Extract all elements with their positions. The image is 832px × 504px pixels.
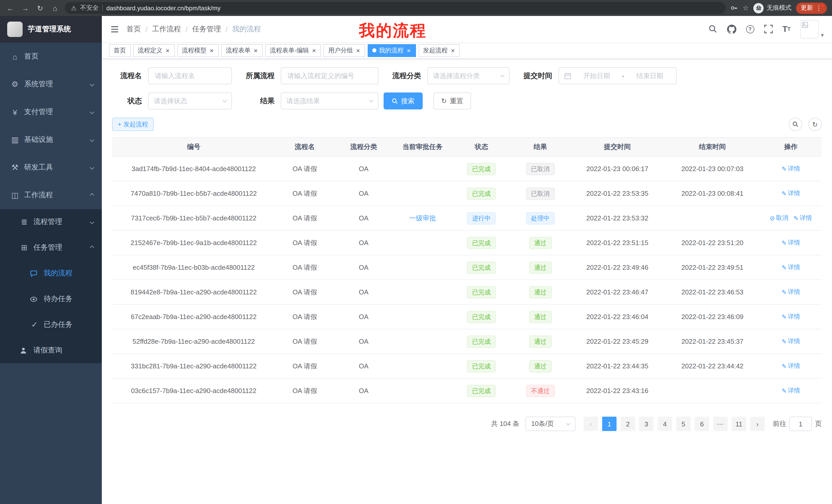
tab-close-icon[interactable]: × (253, 47, 258, 54)
breadcrumb-home[interactable]: 首页 (127, 24, 141, 34)
category-select[interactable]: 请选择流程分类 (427, 67, 510, 84)
browser-back-button[interactable]: ← (5, 4, 16, 12)
refresh-button[interactable]: ↻ (808, 118, 822, 131)
create-process-label: 发起流程 (123, 120, 148, 129)
cell-name: OA 请假 (275, 181, 334, 206)
create-process-button[interactable]: + 发起流程 (112, 118, 154, 131)
page-size-select[interactable]: 10条/页 (525, 417, 575, 431)
detail-button[interactable]: ✎详情 (794, 214, 812, 222)
browser-update-button[interactable]: 更新 ⋮ (796, 2, 827, 13)
detail-button[interactable]: ✎详情 (782, 189, 800, 198)
pagination: 共 104 条 10条/页 ‹ 123456⋯11 › 前往 页 (112, 417, 822, 431)
fullscreen-icon[interactable] (764, 25, 773, 33)
page-jump-input[interactable] (789, 417, 812, 431)
detail-button[interactable]: ✎详情 (782, 239, 800, 247)
sidebar-item-todo-tasks[interactable]: 待办任务 (0, 286, 102, 312)
detail-button[interactable]: ✎详情 (782, 386, 800, 395)
tab-close-icon[interactable]: × (312, 47, 316, 54)
cell-submit-time: 2022-01-22 23:46:04 (570, 304, 665, 329)
pager-more[interactable]: ⋯ (713, 417, 728, 431)
view-tab[interactable]: 流程定义× (133, 44, 175, 57)
sidebar-item-leave-query[interactable]: 请假查询 (0, 338, 102, 363)
menu-label: 已办任务 (44, 320, 73, 329)
detail-button[interactable]: ✎详情 (782, 312, 800, 321)
table-row: 7470a810-7b9b-11ec-b5b7-acde48001122OA 请… (112, 181, 822, 206)
cell-submit-time: 2022-01-22 23:46:47 (570, 280, 665, 304)
sidebar-toggle-icon[interactable] (110, 24, 119, 34)
app-logo[interactable]: 芋道管理系统 (0, 16, 102, 43)
view-tab[interactable]: 流程模型× (177, 44, 218, 57)
cell-submit-time: 2022-01-22 23:53:35 (570, 181, 665, 206)
prev-page-button[interactable]: ‹ (583, 417, 598, 431)
bookmark-star-icon[interactable]: ☆ (743, 4, 749, 12)
help-icon[interactable]: ? (746, 25, 754, 33)
pager-page-6[interactable]: 6 (695, 417, 709, 431)
view-tab[interactable]: 首页 (109, 44, 131, 57)
status-select[interactable]: 请选择状态 (148, 92, 232, 109)
pager-page-2[interactable]: 2 (621, 417, 635, 431)
browser-home-button[interactable]: ⌂ (50, 4, 60, 12)
tab-close-icon[interactable]: × (406, 47, 411, 54)
detail-button[interactable]: ✎详情 (782, 337, 800, 346)
status-label: 状态 (112, 96, 142, 106)
view-tab[interactable]: 流程表单× (221, 44, 262, 57)
tab-close-icon[interactable]: × (165, 47, 170, 54)
address-bar[interactable]: ⚠ 不安全 dashboard.yudao.iocoder.cn/bpm/tas… (65, 2, 726, 14)
sidebar-item-system[interactable]: ⚙ 系统管理 (0, 71, 102, 98)
sidebar-item-devtools[interactable]: ⚒ 研发工具 (0, 153, 102, 181)
view-tab[interactable]: 用户分组× (324, 44, 365, 57)
tab-close-icon[interactable]: × (209, 47, 214, 54)
cell-category: OA (334, 354, 393, 379)
view-tab[interactable]: 发起流程× (418, 44, 460, 57)
tab-close-icon[interactable]: × (356, 47, 361, 54)
detail-icon: ✎ (782, 313, 787, 320)
cell-id: 2152467e-7b9b-11ec-9a1b-acde48001122 (112, 230, 275, 255)
password-key-icon[interactable] (730, 4, 738, 12)
result-select[interactable]: 请选流结果 (281, 92, 379, 109)
chevron-down-icon (90, 220, 94, 224)
pager-page-1[interactable]: 1 (602, 417, 617, 431)
pager-page-5[interactable]: 5 (676, 417, 691, 431)
tab-label: 流程模型 (182, 46, 206, 55)
sidebar-item-my-process[interactable]: 我的流程 (0, 260, 102, 286)
sidebar-item-infrastructure[interactable]: ▥ 基础设施 (0, 126, 102, 153)
breadcrumb-task-management[interactable]: 任务管理 (192, 24, 221, 34)
browser-forward-button[interactable]: → (20, 4, 30, 12)
detail-button[interactable]: ✎详情 (782, 164, 800, 173)
process-name-input[interactable] (148, 67, 232, 84)
font-size-icon[interactable]: TT (782, 25, 790, 33)
chevron-down-icon (500, 73, 505, 77)
sidebar-item-payment[interactable]: ¥ 支付管理 (0, 98, 102, 126)
view-tab[interactable]: 流程表单-编辑× (265, 44, 321, 57)
cancel-button[interactable]: ⊘取消 (770, 214, 788, 222)
tab-close-icon[interactable]: × (450, 47, 455, 54)
detail-button[interactable]: ✎详情 (782, 362, 800, 370)
detail-button[interactable]: ✎详情 (782, 288, 800, 297)
sidebar-item-workflow[interactable]: ◫ 工作流程 (0, 181, 102, 209)
pager-page-3[interactable]: 3 (639, 417, 654, 431)
menu-label: 基础设施 (24, 135, 53, 144)
browser-reload-button[interactable]: ↻ (35, 4, 45, 12)
menu-label: 待办任务 (44, 295, 73, 304)
view-tab[interactable]: 我的流程× (368, 44, 416, 57)
reset-button[interactable]: ↻ 重置 (434, 92, 471, 109)
sidebar-item-process-management[interactable]: ≣ 流程管理 (0, 209, 102, 235)
detail-button[interactable]: ✎详情 (782, 263, 800, 272)
user-avatar-menu[interactable]: ▾ (800, 20, 824, 38)
sidebar-item-done-tasks[interactable]: ✓ 已办任务 (0, 312, 102, 338)
search-icon[interactable] (708, 25, 717, 33)
pager-page-4[interactable]: 4 (658, 417, 672, 431)
github-icon[interactable] (727, 24, 736, 34)
next-page-button[interactable]: › (750, 417, 765, 431)
sidebar-item-home[interactable]: ⌂ 首页 (0, 43, 102, 71)
breadcrumb-workflow[interactable]: 工作流程 (152, 24, 181, 34)
sidebar-item-task-management[interactable]: ⊞ 任务管理 (0, 235, 102, 260)
status-placeholder: 请选择状态 (154, 96, 187, 106)
submit-time-range-picker[interactable]: 开始日期 - 结束日期 (558, 67, 677, 84)
security-label[interactable]: 不安全 (80, 4, 99, 12)
search-button[interactable]: 搜索 (384, 92, 423, 109)
show-search-button[interactable] (789, 118, 802, 131)
process-definition-id-input[interactable] (281, 67, 379, 84)
pager-page-11[interactable]: 11 (732, 417, 746, 431)
current-task-link[interactable]: 一级审批 (409, 214, 436, 222)
